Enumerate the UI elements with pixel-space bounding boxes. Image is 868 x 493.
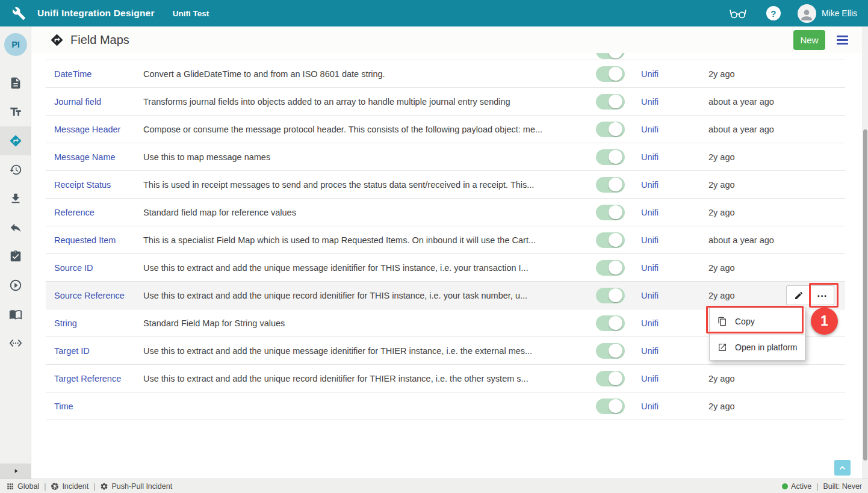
edit-pencil-icon [794,291,804,300]
fieldmap-name-link[interactable]: Target ID [54,346,90,356]
unifi-link[interactable]: Unifi [641,97,659,107]
unifi-link[interactable]: Unifi [641,318,659,328]
fieldmap-name-link[interactable]: Message Header [54,125,120,134]
sidebar-item-document[interactable] [0,69,31,98]
active-toggle[interactable] [596,260,625,276]
unifi-link[interactable]: Unifi [641,235,659,245]
edit-button[interactable] [786,285,810,305]
active-toggle[interactable] [596,232,625,248]
statusbar-global[interactable]: Global [6,482,39,491]
person-icon [799,7,814,23]
fieldmap-name-link[interactable]: Message Name [54,152,116,162]
user-avatar[interactable] [798,4,816,23]
top-app-bar: Unifi Integration Designer Unifi Test ? … [0,0,868,26]
active-toggle[interactable] [596,94,625,110]
fieldmap-name-link[interactable]: Time [54,402,73,411]
integration-name[interactable]: Unifi Test [173,9,209,18]
fieldmap-name-link[interactable]: Source Reference [54,291,125,300]
built-status-label: Built: Never [823,482,862,491]
unifi-link[interactable]: Unifi [641,402,659,411]
active-toggle[interactable] [596,398,625,414]
scrollbar-thumb[interactable] [863,129,867,460]
unifi-link[interactable]: Unifi [641,263,659,273]
fieldmap-name-link[interactable]: Journal field [54,97,101,107]
updated-time: 2y ago [701,291,783,300]
new-button[interactable]: New [793,30,825,50]
active-toggle[interactable] [596,288,625,303]
field-maps-icon [9,134,22,147]
open-in-new-icon [718,343,727,352]
unifi-link[interactable]: Unifi [641,291,659,300]
menu-item-open-in-platform[interactable]: Open in platform [710,334,805,360]
fieldmap-name-link[interactable]: Reference [54,208,95,217]
fieldmap-description: Use this to extract and add the unique r… [143,291,587,300]
documentation-icon [9,308,22,321]
updated-time: 2y ago [701,263,783,273]
sidebar-item-download[interactable] [0,184,31,213]
active-toggle[interactable] [596,53,625,59]
chevron-right-icon [13,468,19,474]
fieldmap-name-link[interactable]: Receipt Status [54,180,111,190]
glasses-icon[interactable] [729,6,747,20]
active-toggle[interactable] [596,343,625,359]
menu-icon[interactable] [837,36,848,45]
document-icon [9,76,22,90]
active-toggle[interactable] [596,205,625,220]
sidebar-item-field-maps[interactable] [0,126,31,155]
reply-icon [9,221,22,234]
unifi-link[interactable]: Unifi [641,125,659,134]
fieldmap-name-link[interactable]: DateTime [54,69,91,79]
scrollbar-track[interactable] [862,26,868,479]
active-toggle[interactable] [596,66,625,82]
updated-time: 2y ago [701,69,783,79]
fieldmap-name-link[interactable]: String [54,318,77,328]
grid-icon [6,482,14,491]
incident-icon [51,482,59,491]
sidebar-item-history[interactable] [0,155,31,184]
fieldmap-name-link[interactable]: Target Reference [54,374,121,383]
updated-time: 2y ago [701,180,783,190]
active-toggle[interactable] [596,122,625,137]
fieldmap-name-link[interactable]: Requested Item [54,235,116,245]
table-row: DateTimeConvert a GlideDateTime to and f… [46,60,845,88]
sidebar-expand-button[interactable] [0,464,31,479]
fieldmap-description: Use this to extract and add the unique m… [143,263,587,273]
sidebar-item-reply[interactable] [0,213,31,242]
status-bar: Global|Incident|Push-Pull Incident Activ… [0,479,868,493]
back-to-top-button[interactable] [834,460,851,476]
active-toggle[interactable] [596,149,625,165]
statusbar-push-pull-incident[interactable]: Push-Pull Incident [100,482,172,491]
unifi-link[interactable]: Unifi [641,208,659,217]
sidebar-item-play-circle[interactable] [0,271,31,300]
sidebar-item-text-fields[interactable] [0,98,31,126]
user-name[interactable]: Mike Ellis [822,8,857,18]
updated-time: 2y ago [701,402,783,411]
unifi-link[interactable]: Unifi [641,69,659,79]
table-row: Message NameUse this to map message name… [46,143,845,171]
active-toggle[interactable] [596,371,625,386]
fieldmap-description: Compose or consume the message protocol … [143,125,587,134]
text-fields-icon [9,105,22,119]
sidebar-item-tasks[interactable] [0,242,31,271]
help-icon[interactable]: ? [766,6,781,20]
more-actions-button[interactable]: ... [810,285,834,305]
sidebar-item-documentation[interactable] [0,300,31,329]
unifi-link[interactable]: Unifi [641,346,659,356]
active-toggle[interactable] [596,177,625,193]
unifi-link[interactable]: Unifi [641,180,659,190]
integration-avatar[interactable]: PI [4,33,27,56]
table-row: Journal fieldTransforms journal fields i… [46,88,845,116]
tasks-icon [9,250,22,263]
updated-time: 2y ago [701,152,783,162]
fieldmap-name-link[interactable]: Source ID [54,263,93,273]
fieldmap-description: Use this to extract and add the unique m… [143,346,587,356]
statusbar-incident[interactable]: Incident [51,482,88,491]
unifi-link[interactable]: Unifi [641,374,659,383]
gear-icon [100,482,108,491]
sidebar-item-code[interactable] [0,329,31,358]
fieldmap-description: Use this to map message names [143,152,587,162]
active-toggle[interactable] [596,315,625,331]
unifi-link[interactable]: Unifi [641,152,659,162]
updated-time: about a year ago [701,125,783,134]
menu-item-copy[interactable]: Copy [710,308,805,334]
